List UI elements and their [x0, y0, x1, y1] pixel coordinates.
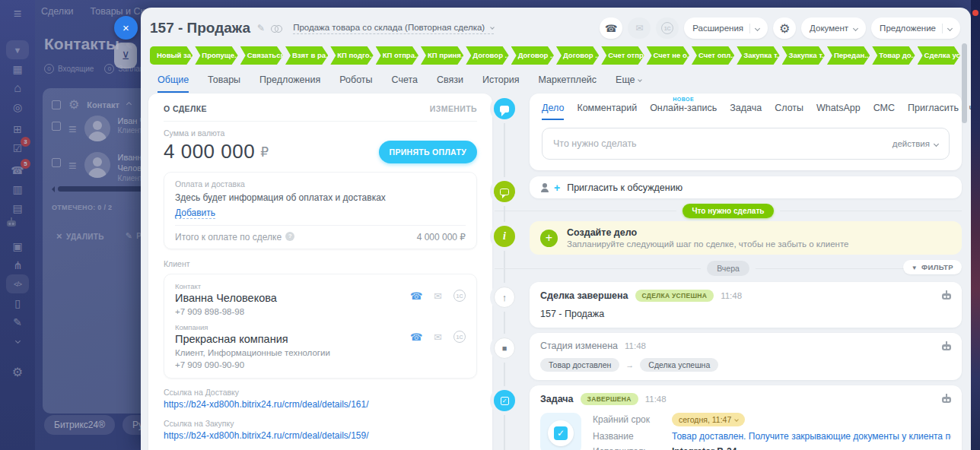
create-todo-card[interactable]: Создайте дело Запланируйте следующий шаг…: [530, 221, 962, 255]
company-description: Клиент, Информационные технологии: [175, 348, 466, 357]
client-section-label: Клиент: [164, 259, 477, 268]
filter-label: ФИЛЬТР: [921, 263, 953, 271]
task-name-link[interactable]: Товар доставлен. Получите закрывающие до…: [672, 431, 951, 442]
deal-left-column: О СДЕЛКЕ ИЗМЕНИТЬ Сумма и валюта 4 000 0…: [148, 93, 492, 450]
funnel-icon: [912, 263, 918, 271]
composer-tab-online-booking-label: Онлайн-запись: [650, 103, 717, 113]
contact-phone[interactable]: +7 909 898-98-98: [175, 307, 466, 316]
call-button[interactable]: [600, 17, 622, 39]
mail-contact-icon[interactable]: ✉: [434, 290, 442, 302]
task-tile-icon: [540, 413, 581, 450]
composer-tab-comment[interactable]: Комментарий: [577, 103, 637, 120]
todo-input[interactable]: [542, 138, 892, 149]
company-phone[interactable]: +7 909 090-90-90: [175, 360, 466, 369]
entry-card[interactable]: Стадия изменена 11:48 Товар доставлен Сд…: [530, 333, 962, 380]
document-label: Документ: [810, 24, 848, 33]
stage-item[interactable]: Счет отпр...: [601, 46, 644, 65]
stage-item[interactable]: Пропуще...: [195, 46, 237, 65]
composer-tab-whatsapp[interactable]: WhatsApp: [816, 103, 861, 120]
deadline-value: сегодня, 11:47: [679, 415, 731, 424]
stage-item[interactable]: Передан...: [827, 46, 870, 65]
stage-item[interactable]: Закупка т...: [782, 46, 825, 65]
task-name-label: Название: [593, 431, 672, 442]
stage-item[interactable]: Закупка т...: [737, 46, 779, 65]
assignee-value[interactable]: Integrator B-24.: [672, 446, 740, 450]
task-icon: [494, 390, 515, 411]
stage-changed-icon: [494, 338, 515, 359]
stage-item[interactable]: Сделка ус...: [918, 46, 960, 65]
add-todo-icon[interactable]: [540, 230, 558, 247]
add-payment-button[interactable]: Добавить: [175, 208, 215, 219]
tab-general[interactable]: Общие: [158, 74, 189, 93]
tab-links[interactable]: Связи: [437, 74, 463, 93]
stage-item[interactable]: КП подго...: [330, 46, 373, 65]
stage-item[interactable]: Договор ...: [511, 46, 554, 65]
entry-card[interactable]: Сделка завершена СДЕЛКА УСПЕШНА 11:48 15…: [530, 282, 962, 328]
composer-tab-task[interactable]: Задача: [730, 103, 762, 120]
edit-title-icon[interactable]: [257, 23, 265, 33]
stage-item[interactable]: Взят в ра...: [285, 46, 328, 65]
help-icon[interactable]: ?: [285, 232, 294, 241]
tab-history[interactable]: История: [482, 74, 519, 93]
actions-dropdown[interactable]: действия: [892, 139, 949, 148]
entry-time: 11:48: [721, 291, 742, 300]
call-company-icon[interactable]: [410, 331, 422, 343]
call-contact-icon[interactable]: [410, 290, 422, 302]
invite-discussion-row[interactable]: + Пригласить к обсуждению: [495, 176, 962, 198]
accept-payment-button[interactable]: ПРИНЯТЬ ОПЛАТУ: [379, 141, 477, 163]
deal-amount[interactable]: 4 000 000: [164, 140, 255, 163]
background-edge-strip: [971, 0, 980, 450]
vertical-scrollbar[interactable]: [962, 43, 967, 123]
settings-button[interactable]: [773, 17, 796, 39]
filter-button[interactable]: ФИЛЬТР: [903, 260, 962, 274]
total-value: 4 000 000 ₽: [417, 232, 466, 242]
close-slider-button[interactable]: [114, 16, 138, 40]
company-row: Компания Прекрасная компания Клиент, Инф…: [175, 323, 466, 369]
copy-link-icon[interactable]: [271, 25, 281, 32]
stage-item[interactable]: Связаться...: [240, 46, 283, 65]
tab-products[interactable]: Товары: [208, 74, 240, 93]
stage-item[interactable]: КП приня...: [421, 46, 463, 65]
entry-time: 11:48: [645, 395, 667, 404]
deadline-pill[interactable]: сегодня, 11:47: [672, 413, 745, 426]
stage-item[interactable]: Новый за...: [150, 46, 192, 65]
composer-tab-todo[interactable]: Дело: [542, 103, 564, 120]
mail-button[interactable]: ✉: [628, 17, 651, 39]
delivery-link[interactable]: https://b24-xd800h.bitrix24.ru/crm/deal/…: [164, 399, 477, 410]
stage-item[interactable]: Договор ...: [466, 46, 508, 65]
composer-tab-sms[interactable]: СМС: [873, 103, 895, 120]
composer-tab-slots[interactable]: Слоты: [775, 103, 803, 120]
day-pill: Вчера: [707, 261, 749, 276]
composer-tab-online-booking[interactable]: НОВОЕОнлайн-запись: [650, 103, 717, 120]
payment-delivery-box: Оплата и доставка Здесь будет информация…: [164, 172, 477, 249]
extensions-button[interactable]: Расширения: [684, 17, 768, 39]
stage-item[interactable]: Договор ...: [556, 46, 599, 65]
entry-title: Задача: [540, 394, 574, 404]
tab-marketplace[interactable]: Маркетплейс: [539, 74, 597, 93]
tab-quotes[interactable]: Предложения: [259, 74, 320, 93]
tab-invoices[interactable]: Счета: [392, 74, 418, 93]
stage-item[interactable]: Счет опл...: [692, 46, 734, 65]
entry-title: Стадия изменена: [540, 341, 618, 351]
tab-robots[interactable]: Роботы: [339, 74, 372, 93]
stage-item[interactable]: Товар до...: [872, 46, 915, 65]
1c-contact-icon[interactable]: 1С: [453, 290, 466, 302]
contact-row: Контакт Иванна Человекова +7 909 898-98-…: [175, 282, 466, 316]
tab-more[interactable]: Еще: [616, 74, 641, 93]
pipeline-label: Продажа товара со склада (Повторная сдел…: [293, 23, 485, 32]
entry-card[interactable]: Задача ЗАВЕРШЕНА 11:48 Крайний срок сего…: [530, 385, 962, 450]
1c-company-icon[interactable]: 1С: [453, 331, 466, 343]
stage-item[interactable]: КП отпра...: [376, 46, 418, 65]
1c-button[interactable]: 1С: [656, 17, 679, 39]
extensions-label: Расширения: [692, 24, 743, 33]
info-icon: [494, 226, 515, 247]
robot-icon: [941, 341, 952, 351]
about-edit-button[interactable]: ИЗМЕНИТЬ: [430, 104, 477, 113]
deal-stage-bar: Новый за... Пропуще... Связаться... Взят…: [150, 46, 960, 65]
stage-item[interactable]: Счет не о...: [647, 46, 689, 65]
purchase-link[interactable]: https://b24-xd800h.bitrix24.ru/crm/deal/…: [164, 430, 477, 441]
pipeline-selector[interactable]: Продажа товара со склада (Повторная сдел…: [293, 23, 494, 34]
mail-company-icon[interactable]: ✉: [434, 331, 442, 343]
document-button[interactable]: Документ: [801, 17, 866, 39]
offer-button[interactable]: Предложение: [871, 17, 960, 39]
